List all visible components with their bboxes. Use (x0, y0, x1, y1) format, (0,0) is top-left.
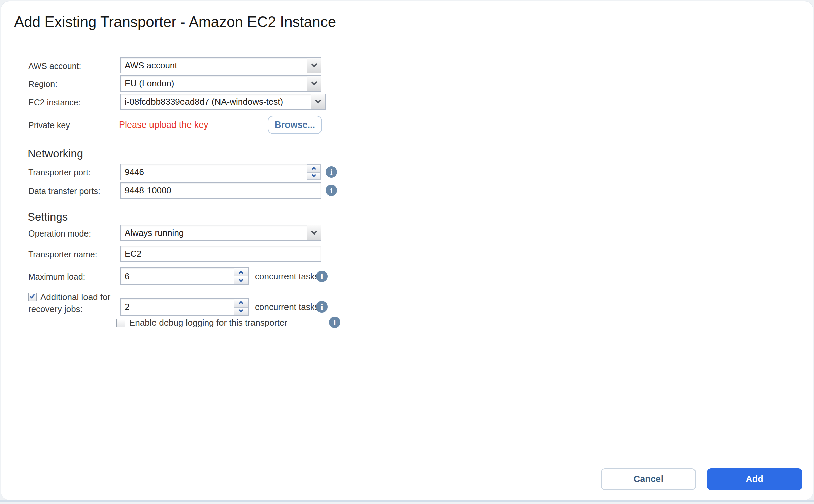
chevron-down-icon (315, 97, 321, 103)
maximum-load-spin-up[interactable] (234, 268, 248, 276)
checkmark-icon (30, 293, 35, 299)
chevron-down-icon (239, 277, 243, 282)
transporter-port-spinner (120, 164, 321, 180)
region-dropdown-trigger[interactable] (307, 76, 321, 91)
operation-mode-label: Operation mode: (28, 229, 91, 239)
debug-logging-info-icon[interactable]: i (329, 317, 340, 328)
private-key-error-message: Please upload the key (119, 120, 208, 130)
footer-divider (5, 453, 809, 453)
chevron-up-icon (239, 271, 243, 275)
aws-account-value: AWS account (121, 60, 177, 71)
maximum-load-suffix: concurrent tasks (255, 271, 319, 282)
chevron-up-icon (239, 301, 243, 306)
chevron-down-icon (311, 228, 317, 235)
transporter-port-info-icon[interactable]: i (326, 166, 337, 178)
maximum-load-spinner (120, 267, 249, 285)
aws-account-dropdown-trigger[interactable] (307, 58, 321, 73)
private-key-label: Private key (28, 120, 70, 130)
aws-account-select[interactable]: AWS account (120, 57, 321, 73)
maximum-load-spin-down[interactable] (234, 277, 248, 285)
maximum-load-input[interactable] (120, 267, 249, 285)
ec2-instance-dropdown-trigger[interactable] (311, 94, 325, 109)
additional-load-label: Additional load for recovery jobs: (28, 292, 110, 314)
additional-load-row: Additional load for recovery jobs: (28, 291, 127, 315)
additional-load-suffix: concurrent tasks (255, 302, 319, 312)
debug-logging-label: Enable debug logging for this transporte… (129, 318, 287, 328)
transporter-port-label: Transporter port: (28, 168, 91, 177)
debug-logging-row: Enable debug logging for this transporte… (116, 318, 287, 328)
maximum-load-label: Maximum load: (28, 272, 86, 282)
networking-heading: Networking (28, 147, 83, 160)
data-transfer-ports-info-icon[interactable]: i (326, 185, 337, 196)
settings-heading: Settings (28, 211, 68, 223)
additional-load-spinner (120, 298, 249, 316)
ec2-instance-select[interactable]: i-08fcdbb8339ead8d7 (NA-windows-test) (120, 94, 326, 110)
region-select[interactable]: EU (London) (120, 75, 321, 92)
operation-mode-dropdown-trigger[interactable] (307, 225, 321, 240)
transporter-name-input[interactable] (120, 246, 321, 262)
maximum-load-info-icon[interactable]: i (316, 271, 328, 282)
debug-logging-checkbox[interactable] (116, 319, 125, 327)
page-title: Add Existing Transporter - Amazon EC2 In… (14, 13, 336, 30)
chevron-down-icon (239, 308, 243, 313)
aws-account-label: AWS account: (28, 61, 81, 71)
additional-load-info-icon[interactable]: i (316, 301, 328, 313)
operation-mode-select[interactable]: Always running (120, 225, 321, 241)
transporter-port-input[interactable] (120, 164, 321, 180)
region-value: EU (London) (121, 78, 174, 89)
additional-load-spin-down[interactable] (234, 307, 248, 315)
additional-load-checkbox[interactable] (28, 293, 37, 301)
screen-canvas: Add Existing Transporter - Amazon EC2 In… (0, 0, 814, 504)
chevron-down-icon (311, 61, 317, 67)
chevron-up-icon (311, 167, 316, 171)
region-label: Region: (28, 79, 57, 89)
add-button[interactable]: Add (707, 468, 802, 490)
chevron-down-icon (311, 173, 316, 177)
data-transfer-ports-input[interactable] (120, 182, 321, 199)
operation-mode-value: Always running (121, 228, 184, 238)
transporter-port-spin-up[interactable] (307, 164, 321, 172)
transporter-name-label: Transporter name: (28, 250, 97, 259)
additional-load-input[interactable] (120, 298, 249, 316)
browse-button[interactable]: Browse... (268, 116, 322, 134)
cancel-button[interactable]: Cancel (601, 468, 696, 490)
ec2-instance-label: EC2 instance: (28, 98, 81, 107)
additional-load-spin-up[interactable] (234, 299, 248, 307)
transporter-port-spin-down[interactable] (307, 172, 321, 180)
data-transfer-ports-label: Data transfer ports: (28, 186, 100, 196)
chevron-down-icon (311, 79, 317, 85)
ec2-instance-value: i-08fcdbb8339ead8d7 (NA-windows-test) (121, 97, 283, 107)
